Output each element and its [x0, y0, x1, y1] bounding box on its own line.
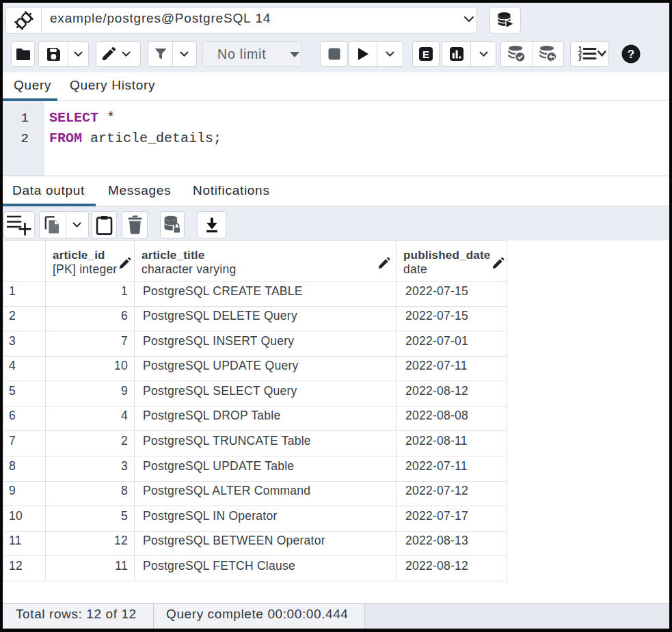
svg-text:E: E — [422, 49, 429, 60]
svg-text:?: ? — [627, 48, 634, 61]
